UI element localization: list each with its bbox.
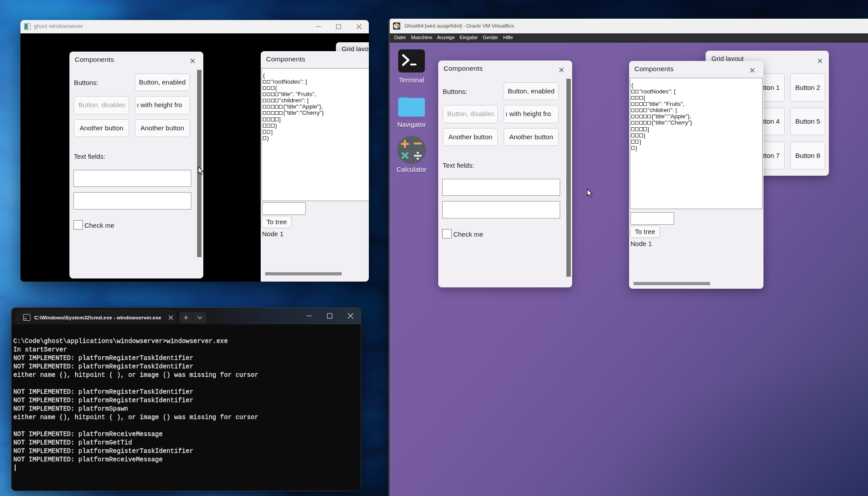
svg-text:c:\: c:\ — [24, 315, 28, 318]
